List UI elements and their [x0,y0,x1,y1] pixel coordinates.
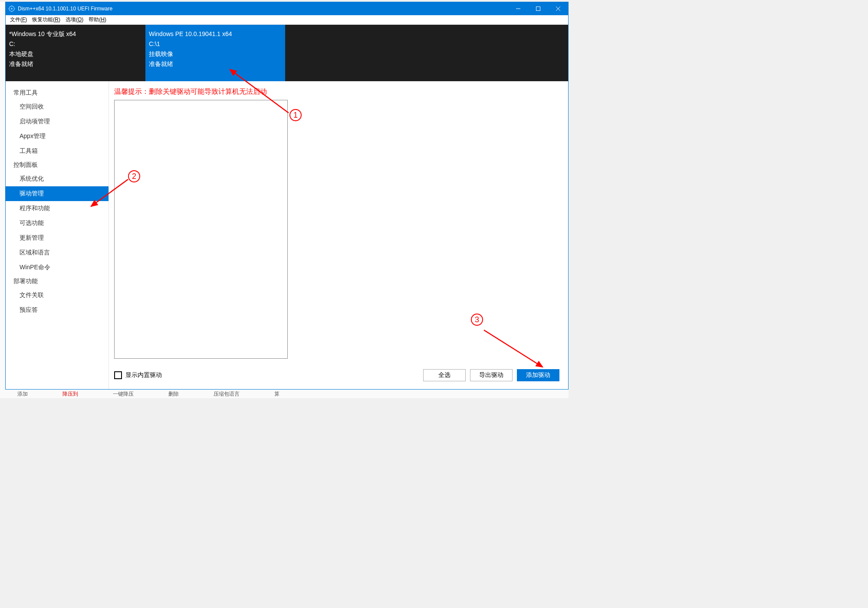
left-background-strip [0,2,5,390]
sidebar-item-space-cleanup[interactable]: 空间回收 [6,99,108,114]
image-selector: *Windows 10 专业版 x64 C: 本地硬盘 准备就绪 Windows… [6,25,568,81]
image-type: 挂载映像 [149,49,282,59]
checkbox-box-icon [114,371,122,379]
export-driver-button[interactable]: 导出驱动 [470,369,513,381]
image-status: 准备就绪 [9,59,142,69]
svg-point-1 [11,8,13,10]
select-all-button[interactable]: 全选 [423,369,466,381]
image-tile-windows10[interactable]: *Windows 10 专业版 x64 C: 本地硬盘 准备就绪 [6,25,145,81]
sidebar-item-unattend[interactable]: 预应答 [6,303,108,317]
menubar: 文件(F) 恢复功能(R) 选项(O) 帮助(H) [6,15,568,25]
menu-recovery[interactable]: 恢复功能(R) [30,15,63,24]
sidebar-item-updates[interactable]: 更新管理 [6,231,108,245]
image-name: *Windows 10 专业版 x64 [9,29,142,39]
close-button[interactable] [548,2,568,15]
show-builtin-checkbox[interactable]: 显示内置驱动 [114,371,162,379]
sidebar-item-file-assoc[interactable]: 文件关联 [6,288,108,303]
sidebar: 常用工具 空间回收 启动项管理 Appx管理 工具箱 控制面板 系统优化 驱动管… [6,81,109,389]
background-bottom-strip: 添加 降压到 一键降压 删除 压缩包语言 算 [0,390,569,398]
sidebar-header-control-panel: 控制面板 [6,159,108,172]
minimize-button[interactable] [508,2,528,15]
sidebar-item-programs[interactable]: 程序和功能 [6,201,108,216]
image-path: C:\1 [149,39,282,49]
main-window: Dism++x64 10.1.1001.10 UEFI Firmware 文件(… [5,2,569,390]
sidebar-header-deploy: 部署功能 [6,275,108,288]
sidebar-item-appx[interactable]: Appx管理 [6,129,108,144]
sidebar-item-toolbox[interactable]: 工具箱 [6,144,108,159]
maximize-button[interactable] [528,2,548,15]
checkbox-label: 显示内置驱动 [125,371,162,379]
svg-rect-7 [536,7,540,11]
menu-options[interactable]: 选项(O) [63,15,86,24]
menu-file[interactable]: 文件(F) [7,15,30,24]
app-icon [8,5,15,12]
bottom-bar: 显示内置驱动 全选 导出驱动 添加驱动 [114,359,559,381]
titlebar: Dism++x64 10.1.1001.10 UEFI Firmware [6,2,568,15]
sidebar-item-startup[interactable]: 启动项管理 [6,114,108,129]
sidebar-item-winpe-cmd[interactable]: WinPE命令 [6,260,108,275]
add-driver-button[interactable]: 添加驱动 [517,369,559,381]
image-tile-winpe[interactable]: Windows PE 10.0.19041.1 x64 C:\1 挂载映像 准备… [145,25,285,81]
image-path: C: [9,39,142,49]
sidebar-item-region[interactable]: 区域和语言 [6,245,108,260]
sidebar-item-drivers[interactable]: 驱动管理 [6,186,108,201]
image-name: Windows PE 10.0.19041.1 x64 [149,29,282,39]
sidebar-item-optimize[interactable]: 系统优化 [6,172,108,186]
image-type: 本地硬盘 [9,49,142,59]
titlebar-title: Dism++x64 10.1.1001.10 UEFI Firmware [18,6,508,12]
main-area: 常用工具 空间回收 启动项管理 Appx管理 工具箱 控制面板 系统优化 驱动管… [6,81,568,389]
sidebar-item-optional[interactable]: 可选功能 [6,216,108,231]
sidebar-header-common: 常用工具 [6,86,108,99]
driver-list-box[interactable] [114,100,288,359]
content-pane: 温馨提示：删除关键驱动可能导致计算机无法启动 显示内置驱动 全选 导出驱动 添加… [109,81,568,389]
warning-hint: 温馨提示：删除关键驱动可能导致计算机无法启动 [114,87,559,96]
menu-help[interactable]: 帮助(H) [86,15,109,24]
image-status: 准备就绪 [149,59,282,69]
